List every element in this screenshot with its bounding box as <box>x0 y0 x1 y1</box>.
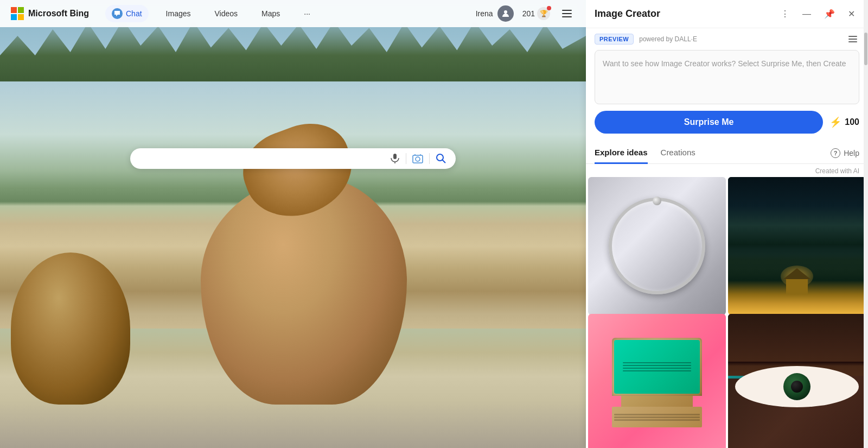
hamburger-line-1 <box>562 10 572 11</box>
eye-white <box>735 366 859 407</box>
nav-images[interactable]: Images <box>159 6 197 21</box>
trophy-icon: 🏆 <box>537 7 550 20</box>
panel-title: Image Creator <box>595 8 772 20</box>
svg-point-8 <box>416 157 420 161</box>
ring-visual <box>609 198 705 294</box>
svg-point-9 <box>437 154 443 161</box>
cabin-roof <box>783 268 810 279</box>
surprise-me-button[interactable]: Surprise Me <box>595 111 823 134</box>
created-with-ai-label: Created with AI <box>586 164 868 177</box>
tab-explore-label: Explore ideas <box>595 148 648 157</box>
cabin-house <box>786 278 808 294</box>
eye-pupil <box>791 381 803 393</box>
panel-menu-button[interactable] <box>846 34 859 45</box>
preview-badge: PREVIEW <box>595 34 634 45</box>
monitor-screen <box>614 340 699 394</box>
microphone-icon <box>390 153 400 164</box>
search-divider-2 <box>429 153 430 164</box>
svg-rect-3 <box>18 14 24 20</box>
points-badge[interactable]: 201 🏆 <box>522 7 550 20</box>
preview-row: PREVIEW powered by DALL·E <box>586 28 868 50</box>
logo-text: Microsoft Bing <box>28 9 89 18</box>
search-actions <box>390 153 447 165</box>
svg-line-10 <box>443 160 446 163</box>
svg-rect-1 <box>18 7 24 13</box>
person-icon <box>501 9 510 18</box>
nav-images-label: Images <box>166 9 191 18</box>
scrollbar-thumb[interactable] <box>864 33 867 65</box>
nav-videos-label: Videos <box>215 9 238 18</box>
nav-maps-label: Maps <box>261 9 280 18</box>
tab-explore-ideas[interactable]: Explore ideas <box>595 142 648 164</box>
more-options-button[interactable]: ⋮ <box>776 7 794 21</box>
nav-chat-label: Chat <box>126 9 142 18</box>
boost-area: ⚡ 100 <box>829 116 859 128</box>
key-row-2 <box>614 417 699 418</box>
grid-image-computer[interactable] <box>588 314 726 449</box>
nav-videos[interactable]: Videos <box>208 6 245 21</box>
retro-computer-visual <box>612 338 701 427</box>
menu-line-3 <box>848 41 857 42</box>
search-input[interactable] <box>139 154 383 163</box>
prompt-textarea[interactable]: Want to see how Image Creator works? Sel… <box>595 50 859 104</box>
help-button[interactable]: ? Help <box>831 148 859 158</box>
logo[interactable]: Microsoft Bing <box>11 7 89 20</box>
key-row-3 <box>614 419 699 421</box>
boost-count: 100 <box>845 117 859 127</box>
nav-chat[interactable]: Chat <box>105 5 149 22</box>
grid-image-eye[interactable] <box>728 314 866 449</box>
user-profile[interactable]: Irena <box>476 5 514 22</box>
hamburger-line-3 <box>562 16 572 17</box>
microphone-button[interactable] <box>390 153 400 164</box>
nav-more-label: ··· <box>304 9 310 18</box>
prompt-placeholder: Want to see how Image Creator works? Sel… <box>603 59 846 68</box>
svg-rect-2 <box>11 14 17 20</box>
svg-point-4 <box>504 10 507 14</box>
visual-search-icon <box>412 153 424 165</box>
search-button[interactable] <box>435 153 447 165</box>
surprise-row: Surprise Me ⚡ 100 <box>586 111 868 142</box>
background-image <box>0 0 586 448</box>
cabin-trees <box>728 177 866 274</box>
monitor-line-3 <box>623 368 691 369</box>
grid-image-ring[interactable] <box>588 177 726 315</box>
svg-rect-0 <box>11 7 17 13</box>
nav-maps[interactable]: Maps <box>255 6 286 21</box>
image-grid <box>586 177 868 448</box>
main-content: Microsoft Bing Chat Images Videos Maps <box>0 0 586 448</box>
eye-iris <box>783 373 810 400</box>
hamburger-menu[interactable] <box>559 7 575 21</box>
notification-dot <box>547 6 551 10</box>
scrollbar[interactable] <box>864 0 868 448</box>
help-circle-icon: ? <box>831 148 840 158</box>
bear-large <box>174 90 434 405</box>
svg-rect-5 <box>393 154 397 159</box>
monitor-lines <box>623 362 691 371</box>
computer-base <box>621 396 693 407</box>
search-bar <box>130 148 456 169</box>
pin-button[interactable]: 📌 <box>820 7 839 21</box>
bear-small <box>0 198 152 405</box>
minimize-button[interactable]: — <box>798 7 815 21</box>
menu-line-1 <box>848 36 857 37</box>
visual-search-button[interactable] <box>412 153 424 165</box>
help-label: Help <box>844 149 859 157</box>
monitor-line-1 <box>623 362 691 363</box>
tabs-row: Explore ideas Creations ? Help <box>586 142 868 164</box>
tab-creations-label: Creations <box>661 148 695 157</box>
close-button[interactable]: ✕ <box>844 7 859 21</box>
ms-logo-icon <box>11 7 24 20</box>
svg-rect-7 <box>413 155 423 163</box>
bear-small-body <box>11 253 130 405</box>
chat-icon <box>112 8 123 19</box>
monitor-line-2 <box>623 365 691 366</box>
tab-creations[interactable]: Creations <box>661 142 695 164</box>
search-submit-icon <box>435 153 447 165</box>
computer-keyboard <box>612 407 701 427</box>
boost-icon: ⚡ <box>829 116 841 128</box>
hamburger-line-2 <box>562 13 572 14</box>
menu-line-2 <box>848 39 857 40</box>
panel-header-actions: ⋮ — 📌 ✕ <box>776 7 859 21</box>
nav-more[interactable]: ··· <box>297 6 317 21</box>
grid-image-cabin[interactable] <box>728 177 866 315</box>
